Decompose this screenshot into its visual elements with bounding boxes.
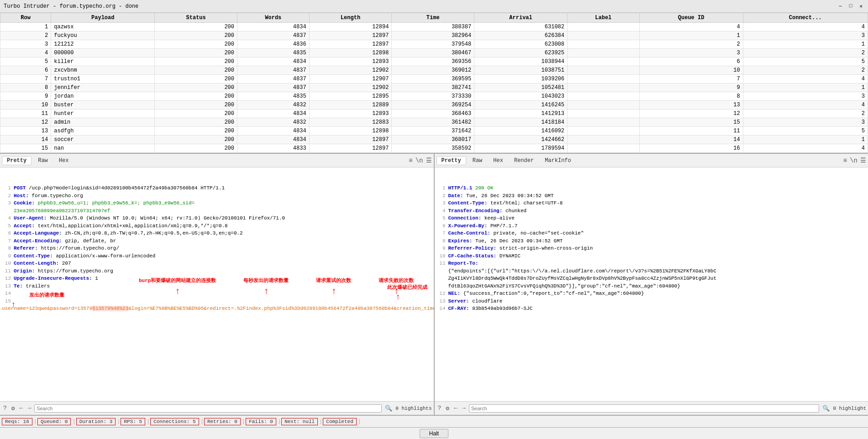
table-cell — [568, 127, 640, 136]
col-arrival[interactable]: Arrival — [474, 13, 568, 23]
left-panel: Pretty Raw Hex ≡ \n ☰ 1POST /ucp.php?mod… — [0, 154, 435, 415]
table-row[interactable]: 10buster2004832128893692541416245134 — [0, 101, 868, 110]
col-row[interactable]: Row — [0, 13, 51, 23]
right-panel: Pretty Raw Hex Render MarkInfo ≡ \n ☰ 1H… — [435, 154, 868, 415]
table-row[interactable]: 11hunter2004834128933684631412913122 — [0, 110, 868, 118]
table-cell: 14 — [0, 136, 51, 144]
tab-raw-left[interactable]: Raw — [33, 157, 53, 165]
table-row[interactable]: 9jordan200483512895373330104302383 — [0, 92, 868, 101]
table-cell: 13 — [639, 101, 743, 110]
halt-button[interactable]: Halt — [420, 429, 448, 438]
tab-markinfo-right[interactable]: MarkInfo — [540, 157, 576, 165]
table-row[interactable]: 1qazwsx20048341289438838763108244 — [0, 23, 868, 31]
table-cell: 4833 — [237, 144, 310, 153]
table-cell: 1416092 — [474, 127, 568, 136]
table-cell: 8 — [639, 92, 743, 101]
table-cell: 361482 — [392, 118, 474, 127]
table-cell — [568, 40, 640, 49]
table-cell: 4832 — [237, 101, 310, 110]
left-searchbar: ? ⚙ ← → 🔍 0 highlights — [0, 401, 434, 415]
table-row[interactable]: 7trustno1200483712907369595103920674 — [0, 75, 868, 84]
list-icon-left[interactable]: ≡ — [409, 157, 412, 164]
right-panel-tab-icons: ≡ \n ☰ — [843, 157, 866, 164]
table-row[interactable]: 5killer200483412893369356103894465 — [0, 57, 868, 66]
table-cell: 368017 — [392, 136, 474, 144]
table-cell: 12893 — [309, 57, 392, 66]
menu-icon-left[interactable]: ☰ — [426, 157, 432, 164]
table-cell: 200 — [155, 127, 237, 136]
table-row[interactable]: 312121220048361289737954862300821 — [0, 40, 868, 49]
table-cell: 369356 — [392, 57, 474, 66]
forward-icon-right[interactable]: → — [461, 404, 467, 412]
table-cell: 4837 — [237, 31, 310, 40]
table-cell: 10 — [0, 101, 51, 110]
table-row[interactable]: 6zxcvbnm2004837129023690121038751102 — [0, 66, 868, 75]
table-cell: 16 — [639, 144, 743, 153]
table-row[interactable]: 14soccer2004834128973680171424662141 — [0, 136, 868, 144]
col-label[interactable]: Label — [568, 13, 640, 23]
minimize-button[interactable]: — — [837, 3, 844, 9]
table-row[interactable]: 13asdfgh2004834128983716421416092115 — [0, 127, 868, 136]
table-cell: nan — [51, 144, 155, 153]
table-cell: 12907 — [309, 75, 392, 84]
table-row[interactable]: 2fuckyou20048371289738296462638413 — [0, 31, 868, 40]
table-row[interactable]: 400000020048351289838046762392532 — [0, 49, 868, 57]
settings-icon-right[interactable]: ⚙ — [444, 404, 451, 413]
table-row[interactable]: 8jennifer200483712902382741105248191 — [0, 84, 868, 92]
table-cell: 200 — [155, 49, 237, 57]
help-icon-right[interactable]: ? — [437, 404, 443, 412]
table-cell: 1 — [743, 84, 868, 92]
table-cell: 4834 — [237, 110, 310, 118]
col-payload[interactable]: Payload — [51, 13, 155, 23]
table-cell: 623925 — [474, 49, 568, 57]
col-time[interactable]: Time — [392, 13, 474, 23]
newline-icon-left[interactable]: \n — [416, 157, 423, 164]
table-cell: 13 — [0, 127, 51, 136]
back-icon-left[interactable]: ← — [18, 404, 25, 412]
table-cell: 12898 — [309, 49, 392, 57]
table-cell: 12902 — [309, 66, 392, 75]
menu-icon-right[interactable]: ☰ — [860, 157, 866, 164]
tab-hex-right[interactable]: Hex — [489, 157, 508, 165]
col-words[interactable]: Words — [237, 13, 310, 23]
table-cell: 6 — [0, 66, 51, 75]
titlebar-controls[interactable]: — □ ✕ — [837, 3, 864, 9]
table-cell: 5 — [0, 57, 51, 66]
table-cell: 4834 — [237, 127, 310, 136]
forward-icon-left[interactable]: → — [26, 404, 32, 412]
tab-render-right[interactable]: Render — [510, 157, 538, 165]
search-icon-right[interactable]: 🔍 — [821, 404, 831, 413]
help-icon-left[interactable]: ? — [2, 404, 8, 412]
table-cell: 369012 — [392, 66, 474, 75]
search-input-left[interactable] — [34, 404, 382, 413]
search-icon-left[interactable]: 🔍 — [384, 404, 394, 413]
back-icon-right[interactable]: ← — [452, 404, 459, 412]
list-icon-right[interactable]: ≡ — [843, 157, 847, 164]
table-cell: 1 — [0, 23, 51, 31]
tab-pretty-right[interactable]: Pretty — [437, 156, 466, 165]
table-row[interactable]: 15nan2004833128973585921789594164 — [0, 144, 868, 153]
titlebar-title: Turbo Intruder - forum.typecho.org - don… — [4, 3, 138, 10]
table-cell: 12897 — [309, 144, 392, 153]
table-cell: 9 — [639, 84, 743, 92]
maximize-button[interactable]: □ — [847, 3, 854, 9]
table-row[interactable]: 12admin2004832128833614821418184153 — [0, 118, 868, 127]
highlights-right: 0 highlight — [833, 406, 866, 411]
col-connect[interactable]: Connect... — [743, 13, 868, 23]
col-queueid[interactable]: Queue ID — [639, 13, 743, 23]
close-button[interactable]: ✕ — [857, 3, 864, 9]
table-header-row: Row Payload Status Words Length Time Arr… — [0, 13, 868, 23]
search-input-right[interactable] — [469, 404, 820, 413]
newline-icon-right[interactable]: \n — [850, 157, 857, 164]
col-status[interactable]: Status — [155, 13, 237, 23]
col-length[interactable]: Length — [309, 13, 392, 23]
table-cell: 4 — [639, 23, 743, 31]
tab-hex-left[interactable]: Hex — [54, 157, 74, 165]
settings-icon-left[interactable]: ⚙ — [10, 404, 16, 413]
right-panel-content: 1HTTP/1.1 200 OK2Date: Tue, 26 Dec 2023 … — [435, 167, 868, 401]
tab-pretty-left[interactable]: Pretty — [2, 156, 32, 165]
table-cell: 2 — [743, 66, 868, 75]
table-cell: 1418184 — [474, 118, 568, 127]
table-cell: 4832 — [237, 118, 310, 127]
tab-raw-right[interactable]: Raw — [468, 157, 487, 165]
